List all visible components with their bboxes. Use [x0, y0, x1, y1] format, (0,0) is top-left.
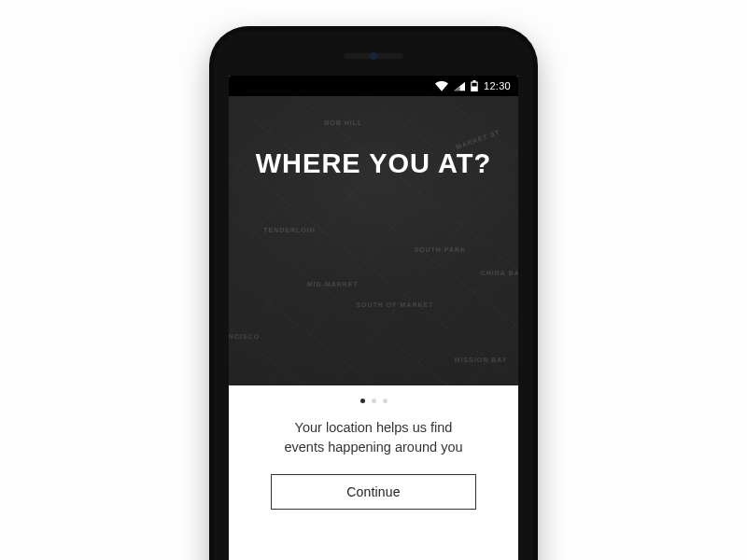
continue-button[interactable]: Continue	[271, 474, 476, 510]
canvas: 12:30 WHERE YOU AT? NOB HILLTENDERLOINMI…	[0, 0, 747, 560]
map-label: SOUTH PARK	[414, 246, 466, 253]
phone-frame: 12:30 WHERE YOU AT? NOB HILLTENDERLOINMI…	[209, 26, 538, 560]
wifi-icon	[435, 81, 448, 91]
phone-earpiece	[344, 53, 403, 59]
status-bar: 12:30	[229, 76, 518, 96]
onboarding-heading: WHERE YOU AT?	[229, 148, 518, 179]
map-label: NOB HILL	[324, 119, 362, 126]
onboarding-card: Your location helps us find events happe…	[229, 385, 518, 534]
desc-line-2: events happening around you	[284, 440, 462, 455]
map-label: MISSION BAY	[455, 357, 508, 363]
map-label: CHINA BAS	[481, 270, 518, 276]
map-label: TENDERLOIN	[263, 227, 316, 233]
map-label: SOUTH OF MARKET	[356, 301, 433, 308]
status-time: 12:30	[484, 80, 511, 91]
onboarding-description: Your location helps us find events happe…	[284, 418, 462, 457]
desc-line-1: Your location helps us find	[295, 420, 453, 435]
map-label: ancisco	[229, 333, 260, 340]
battery-icon	[471, 80, 478, 91]
phone-screen: 12:30 WHERE YOU AT? NOB HILLTENDERLOINMI…	[229, 76, 518, 560]
page-dot[interactable]	[360, 399, 365, 403]
map-label: MID-MARKET	[307, 281, 359, 287]
phone-bezel: 12:30 WHERE YOU AT? NOB HILLTENDERLOINMI…	[214, 31, 533, 560]
page-indicator	[360, 399, 388, 403]
page-dot[interactable]	[372, 399, 376, 403]
hero-map: WHERE YOU AT? NOB HILLTENDERLOINMID-MARK…	[229, 96, 518, 385]
cellular-icon	[454, 81, 465, 91]
page-dot[interactable]	[383, 399, 388, 403]
